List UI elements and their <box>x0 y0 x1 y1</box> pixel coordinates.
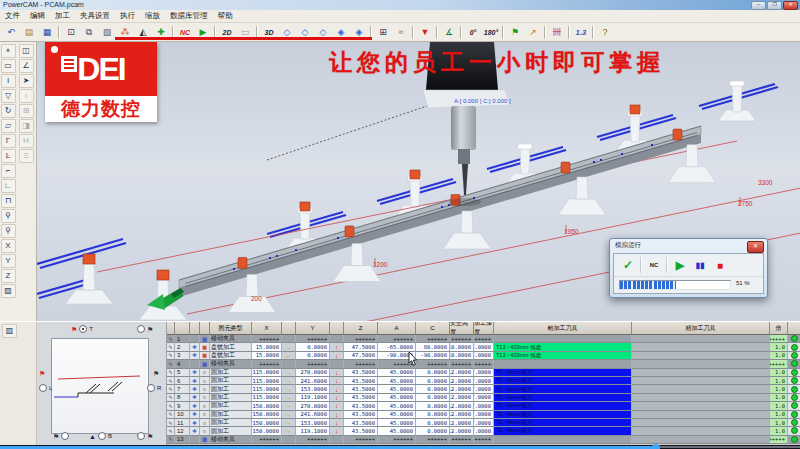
i-tool[interactable]: Ξ <box>19 149 34 163</box>
video-progress-bar[interactable] <box>0 445 800 449</box>
col-x-header[interactable]: X <box>252 322 282 335</box>
table-row-11[interactable]: ✎11❖○圆加工150.0000→153.0000↓43.500045.0000… <box>167 419 800 427</box>
col-finish-tool-header[interactable]: 精加工刀具 <box>632 322 770 335</box>
mirror-x[interactable]: X <box>1 239 16 253</box>
table-row-2[interactable]: ✎2❖▣盘铣加工15.0000→0.0000↑47.5000-65.000080… <box>167 343 800 351</box>
radio-left[interactable] <box>39 384 47 392</box>
paste-button[interactable]: ▧ <box>98 25 116 40</box>
zoom-curve-button[interactable]: ≈ <box>392 25 410 40</box>
menu-item-4[interactable]: 执行 <box>115 10 140 22</box>
table-row-4[interactable]: ✎4▦移动夹具+++++++++++++++++++++++++++++++++… <box>167 360 800 368</box>
h-tool[interactable]: Η <box>19 134 34 148</box>
open-button[interactable]: ▤ <box>20 25 38 40</box>
table-row-10[interactable]: ✎10❖○圆加工150.0000→241.6000↓43.500045.0000… <box>167 411 800 419</box>
col-c-header[interactable]: C <box>416 322 450 335</box>
line-tool[interactable]: Ι <box>1 74 16 88</box>
axis-button[interactable]: ∡ <box>440 25 458 40</box>
fly-tool[interactable]: ➤ <box>19 74 34 88</box>
flag-button[interactable]: ⚑ <box>506 25 524 40</box>
table-row-13[interactable]: ✎13▦移动夹具++++++++++++++++++++++++++++++++… <box>167 436 800 444</box>
pause-button[interactable]: ▮▮ <box>690 256 710 274</box>
table-row-7[interactable]: ✎7❖○圆加工115.0000→153.0000↓43.500045.00000… <box>167 385 800 393</box>
table-row-9[interactable]: ✎9❖○圆加工150.0000→270.0000↓43.500045.00000… <box>167 402 800 410</box>
col-y-arrow-header[interactable] <box>330 322 344 335</box>
comb-button[interactable]: 卌 <box>548 25 566 40</box>
zoom-in-tool[interactable]: ⚲ <box>1 209 16 223</box>
col-type-header[interactable]: 图元类型 <box>210 322 252 335</box>
col-depth-header[interactable]: 加工深度 <box>474 322 494 335</box>
numbering-button[interactable]: 1₂3 <box>572 25 590 40</box>
col-rate-header[interactable]: 倍 <box>770 322 788 335</box>
dialog-close-button[interactable]: ✕ <box>747 241 764 253</box>
col-status-header[interactable] <box>788 322 800 335</box>
col-icon2-header[interactable] <box>200 322 210 335</box>
mirror-y[interactable]: Y <box>1 254 16 268</box>
profile-2[interactable]: Ŀ <box>1 149 16 163</box>
sweep-tool[interactable]: ▨ <box>1 284 16 298</box>
copy-button[interactable]: ⧉ <box>80 25 98 40</box>
table-row-3[interactable]: ✎3❖▣盘铣加工15.0000←0.0000↓47.5000-90.0000-9… <box>167 352 800 360</box>
stamp-button[interactable]: ⊡ <box>62 25 80 40</box>
menu-item-3[interactable]: 夹具设置 <box>75 10 115 22</box>
col-num-header[interactable] <box>175 322 190 335</box>
minimize-button[interactable]: – <box>751 1 766 10</box>
grid-button[interactable]: ⊞ <box>374 25 392 40</box>
play-button[interactable]: ▶ <box>670 256 690 274</box>
save-button[interactable]: ▦ <box>38 25 56 40</box>
close-button[interactable]: ✕ <box>783 1 798 10</box>
table-row-1[interactable]: ✎1▦移动夹具+++++++++++++++++++++++++++++++++… <box>167 335 800 343</box>
polygon-tool[interactable]: ▱ <box>1 119 16 133</box>
col-a-header[interactable]: A <box>378 322 416 335</box>
radio-bottom[interactable] <box>98 432 106 440</box>
maximize-button[interactable]: ❐ <box>767 1 782 10</box>
table-row-8[interactable]: ✎8❖○圆加工115.0000→119.1000↓43.500045.00000… <box>167 394 800 402</box>
menu-item-0[interactable]: 文件 <box>0 10 25 22</box>
brush-tool[interactable]: ▨ <box>2 324 17 338</box>
menu-item-6[interactable]: 数据库管理 <box>165 10 213 22</box>
rotate-tool[interactable]: ↻ <box>1 104 16 118</box>
undo-button[interactable]: ↶ <box>2 25 20 40</box>
radio-bottom-left[interactable] <box>61 432 69 440</box>
picker-button[interactable]: ↗ <box>524 25 542 40</box>
video-progress-knob[interactable] <box>652 444 660 449</box>
table-row-5[interactable]: ✎5❖○圆加工115.0000→270.0000↓43.500045.00000… <box>167 369 800 377</box>
profile-1[interactable]: Γ <box>1 134 16 148</box>
radio-top-right[interactable] <box>137 325 145 333</box>
col-pencil-header[interactable] <box>167 322 175 335</box>
zoom-out-tool[interactable]: ⚲ <box>1 224 16 238</box>
menu-item-1[interactable]: 编辑 <box>25 10 50 22</box>
column-tool[interactable]: ◨ <box>19 119 34 133</box>
simulation-dialog[interactable]: 模拟运行 ✕ ✓NC▶▮▮■ 51 % <box>609 238 768 298</box>
col-rough-tool-header[interactable]: 粗加工刀具 <box>494 322 632 335</box>
rotate-0-button[interactable]: 0° <box>464 25 482 40</box>
table-row-12[interactable]: ✎12❖○圆加工150.0000→119.1000↓43.500045.0000… <box>167 427 800 435</box>
help-button[interactable]: ? <box>596 25 614 40</box>
viewport-3d[interactable]: 让您的员工一小时即可掌握 DEI 德力数控 A:[ 0.000 ] C:[ 0.… <box>37 42 800 321</box>
profile-5[interactable]: ⊓ <box>1 194 16 208</box>
table-row-6[interactable]: ✎6❖○圆加工115.0000→241.6000↓43.500045.00000… <box>167 377 800 385</box>
mirror-z[interactable]: Z <box>1 269 16 283</box>
profile-4[interactable]: ∟ <box>1 179 16 193</box>
col-icon1-header[interactable] <box>190 322 200 335</box>
col-safe-height-header[interactable]: 安全高度 <box>450 322 474 335</box>
col-x-arrow-header[interactable] <box>282 322 296 335</box>
rotate-180-button[interactable]: 180° <box>482 25 500 40</box>
menu-item-5[interactable]: 缩放 <box>140 10 165 22</box>
col-y-header[interactable]: Y <box>296 322 330 335</box>
radio-top[interactable] <box>79 325 87 333</box>
flag-tool[interactable]: ▽ <box>1 89 16 103</box>
anchor-tool[interactable]: ♁ <box>19 89 34 103</box>
menu-item-7[interactable]: 帮助 <box>213 10 238 22</box>
link-tool[interactable]: ⊞ <box>19 104 34 118</box>
nc-output-button[interactable]: NC <box>644 256 664 274</box>
profile-3[interactable]: ⌐ <box>1 164 16 178</box>
filter-button[interactable]: ▼ <box>416 25 434 40</box>
menu-item-2[interactable]: 加工 <box>50 10 75 22</box>
stop-button[interactable]: ■ <box>710 256 730 274</box>
radio-bottom-right[interactable] <box>137 432 145 440</box>
select-tool[interactable]: ⌖ <box>1 44 16 58</box>
angle-tool[interactable]: ∠ <box>19 59 34 73</box>
confirm-button[interactable]: ✓ <box>618 256 638 274</box>
rect-tool[interactable]: ▭ <box>1 59 16 73</box>
pair-view[interactable]: ◫ <box>19 44 34 58</box>
